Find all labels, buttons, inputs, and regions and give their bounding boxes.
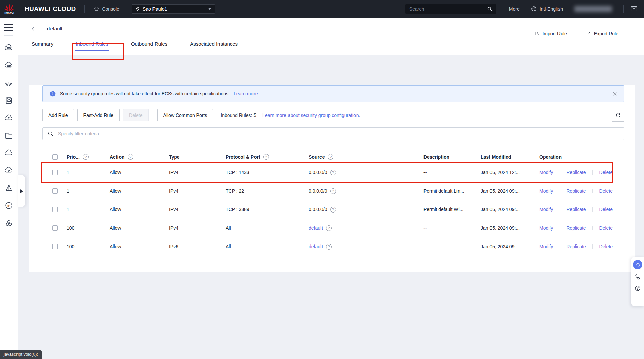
user-account-blurred[interactable] [574,6,612,12]
sidebar-item-storage[interactable] [2,92,15,109]
delete-link[interactable]: Delete [599,244,613,249]
replicate-link[interactable]: Replicate [566,188,586,194]
tab-summary[interactable]: Summary [31,39,54,52]
replicate-link[interactable]: Replicate [566,225,586,231]
cell-description: -- [423,244,481,249]
help-icon[interactable]: ? [330,188,336,194]
close-icon [612,91,617,96]
breadcrumb-divider [41,26,41,32]
menu-button[interactable] [4,24,13,31]
region-selector[interactable]: Sao Paulo1 [132,4,215,14]
live-chat-button[interactable] [633,260,642,269]
sidebar-item-cluster[interactable] [2,214,15,232]
help-icon[interactable]: ? [263,154,269,160]
row-select-cell [42,188,67,194]
export-rule-button[interactable]: Export Rule [580,28,624,39]
help-icon[interactable]: ? [330,170,336,175]
row-checkbox[interactable] [52,188,58,194]
delete-link[interactable]: Delete [599,188,613,194]
filter-input[interactable] [58,131,619,136]
filter-bar[interactable] [42,127,624,140]
sidebar-expand-handle[interactable] [18,175,25,207]
select-all-checkbox[interactable] [52,154,58,160]
sidebar-item-eip[interactable]: IP [2,197,15,214]
page: HUAWEI HUAWEI CLOUD Console Sao Paulo1 M… [0,0,644,359]
tab-inbound-rules[interactable]: Inbound Rules [75,39,109,52]
console-link[interactable]: Console [94,6,119,12]
global-search[interactable] [405,4,496,14]
operation-separator [560,226,560,230]
column-label: Source [309,154,325,160]
help-icon[interactable]: ? [83,154,89,160]
add-rule-button[interactable]: Add Rule [42,109,74,121]
sidebar-item-ecs[interactable] [2,39,15,57]
help-icon[interactable]: ? [326,244,332,250]
huawei-logo[interactable]: HUAWEI [3,2,16,17]
source-link[interactable]: default [309,225,323,231]
source-link[interactable]: default [309,244,323,249]
banner-close-button[interactable] [612,91,617,96]
row-checkbox[interactable] [52,244,58,249]
inbound-rules-table: Prio...?Action?TypeProtocol & Port?Sourc… [42,151,624,256]
modify-link[interactable]: Modify [539,225,553,231]
delete-link[interactable]: Delete [599,225,613,231]
sidebar-item-cdn[interactable] [2,162,15,179]
import-icon [535,31,540,36]
delete-link[interactable]: Delete [599,170,613,175]
fast-add-rule-button[interactable]: Fast-Add Rule [77,109,120,121]
security-group-config-link[interactable]: Learn more about security group configur… [262,112,360,118]
messages-button[interactable] [630,6,638,12]
modify-link[interactable]: Modify [539,207,553,212]
search-icon[interactable] [487,6,493,12]
replicate-link[interactable]: Replicate [566,207,586,212]
banner-learn-more-link[interactable]: Learn more [234,91,258,96]
sidebar-icons: IP [2,39,15,232]
help-icon[interactable]: ? [326,225,332,231]
info-icon [49,91,56,97]
cloud-server-icon [4,43,13,53]
help-button[interactable] [634,285,641,292]
modify-link[interactable]: Modify [539,188,553,194]
column-label: Prio... [67,154,80,160]
mail-icon [630,6,638,12]
modify-link[interactable]: Modify [539,244,553,249]
phone-support-button[interactable] [634,274,641,281]
help-icon[interactable]: ? [328,154,333,160]
row-checkbox[interactable] [52,207,58,212]
sidebar-item-autoscaling[interactable] [2,74,15,92]
allow-common-ports-button[interactable]: Allow Common Ports [157,109,213,121]
rules-toolbar: Add Rule Fast-Add Rule Delete Allow Comm… [42,109,624,122]
delete-link[interactable]: Delete [599,207,613,212]
more-menu[interactable]: More [509,6,520,12]
sidebar-item-ims[interactable] [2,57,15,74]
row-select-cell [42,225,67,231]
sidebar-item-vpc[interactable] [2,144,15,162]
sidebar-item-elb[interactable] [2,179,15,197]
row-checkbox[interactable] [52,225,58,231]
row-checkbox[interactable] [52,170,58,175]
refresh-button[interactable] [612,109,624,122]
sidebar-item-folder[interactable] [2,127,15,144]
column-label: Type [169,154,180,160]
tab-outbound-rules[interactable]: Outbound Rules [130,39,168,52]
prism-icon [4,184,13,193]
tab-associated-instances[interactable]: Associated Instances [189,39,238,52]
replicate-link[interactable]: Replicate [566,170,586,175]
back-button[interactable] [30,26,36,32]
help-icon[interactable]: ? [128,154,133,160]
operation-separator [592,226,593,230]
question-icon [634,285,641,292]
import-rule-button[interactable]: Import Rule [529,28,573,39]
language-selector[interactable]: Intl-English [531,6,563,12]
main-area: default Import Rule Export Rule SummaryI… [18,18,644,359]
replicate-link[interactable]: Replicate [566,244,586,249]
cell-operation: ModifyReplicateDelete [539,244,624,249]
global-search-input[interactable] [409,6,487,12]
cell-protocol-port: TCP : 1433 [226,170,309,175]
cell-last-modified: Jan 05, 2024 12:... [481,170,539,175]
modify-link[interactable]: Modify [539,170,553,175]
support-widget [631,257,644,306]
help-icon[interactable]: ? [330,207,336,213]
delete-button[interactable]: Delete [123,109,148,121]
sidebar-item-obs[interactable] [2,109,15,127]
